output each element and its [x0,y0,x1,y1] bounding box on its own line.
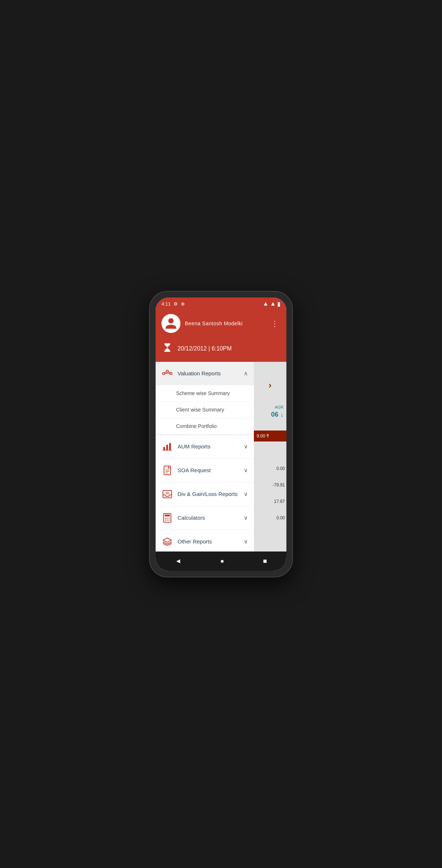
bar-chart-icon [161,441,173,452]
svg-point-1 [166,370,168,372]
svg-rect-6 [163,447,165,450]
layers-icon [161,536,173,547]
time-display: 4:11 [161,301,171,307]
bg-value: 06 ↓ [254,409,287,420]
avatar [161,314,180,333]
content-area: › AGR 06 ↓ 9.00 ₹ 0.00 -79.91 17.67 0.00 [156,362,286,551]
svg-point-23 [167,519,168,520]
svg-line-4 [168,372,170,373]
right-arrow: › [254,380,287,390]
valuation-reports-section: Valuation Reports ∧ Scheme wise Summary … [156,362,254,435]
svg-marker-25 [163,538,172,542]
bg-val5: 0.00 [277,515,285,520]
svg-rect-18 [165,515,170,516]
gear-icon: ⚙ [174,301,178,307]
sub-menu-client[interactable]: Client wise Summary [156,402,254,418]
inbox-icon [161,488,173,500]
valuation-reports-header[interactable]: Valuation Reports ∧ [156,362,254,385]
user-name: Beena Santosh Modelki [185,321,265,326]
phone-screen: 4:11 ⚙ ⊕ ▲ ▲ ▮ Beena Santosh Modelki ⋮ [156,297,286,571]
more-icon[interactable]: ⋮ [270,318,281,329]
avatar-icon [164,317,178,330]
svg-point-2 [170,372,172,375]
svg-point-20 [167,518,168,519]
background-content: › AGR 06 ↓ 9.00 ₹ 0.00 -79.91 17.67 0.00 [254,362,287,551]
nav-bar: ◄ ● ■ [156,551,286,571]
other-chevron-down-icon [244,538,248,545]
bg-val2: 0.00 [277,466,285,471]
div-gain-loss-item[interactable]: Div & Gain/Loss Reports [156,482,254,506]
calculators-label: Calculators [178,515,244,521]
sub-menu-scheme[interactable]: Scheme wise Summary [156,385,254,402]
status-right: ▲ ▲ ▮ [263,300,281,307]
battery-icon: ▮ [277,300,281,307]
soa-request-label: SOA Request [178,467,244,473]
other-reports-item[interactable]: Other Reports [156,530,254,551]
status-left: 4:11 ⚙ ⊕ [161,301,185,307]
svg-point-19 [165,518,166,519]
aum-chevron-down-icon [244,443,248,450]
chevron-up-icon: ∧ [244,370,248,377]
recent-apps-button[interactable]: ■ [256,555,274,567]
bg-val4: 17.67 [274,499,285,504]
svg-rect-10 [164,466,171,475]
wifi-icon: ▲ [263,300,268,307]
svg-point-21 [169,518,170,519]
document-icon [161,465,173,476]
other-reports-label: Other Reports [178,538,244,545]
svg-rect-7 [166,445,168,450]
menu-panel: Valuation Reports ∧ Scheme wise Summary … [156,362,254,551]
bg-val3: -79.91 [273,482,285,488]
header-info: Beena Santosh Modelki [185,321,265,326]
signal-icon: ▲ [270,300,276,307]
phone-frame: 4:11 ⚙ ⊕ ▲ ▲ ▮ Beena Santosh Modelki ⋮ [150,292,292,577]
div-gain-loss-label: Div & Gain/Loss Reports [178,491,244,497]
calculator-icon [161,512,173,524]
aum-reports-item[interactable]: AUM Reports [156,435,254,459]
status-bar: 4:11 ⚙ ⊕ ▲ ▲ ▮ [156,297,286,310]
home-button[interactable]: ● [213,555,232,567]
date-text: 20/12/2012 | 6:10PM [178,345,232,352]
network-icon [161,368,173,379]
svg-line-3 [165,372,166,373]
hourglass-icon [161,342,173,356]
calc-chevron-down-icon [244,514,248,521]
date-row: 20/12/2012 | 6:10PM [156,339,286,362]
valuation-reports-label: Valuation Reports [178,370,244,376]
svg-point-24 [169,519,170,520]
svg-point-22 [165,519,166,520]
soa-chevron-down-icon [244,467,248,474]
aum-reports-label: AUM Reports [178,443,244,450]
calculators-item[interactable]: Calculators [156,506,254,530]
header: Beena Santosh Modelki ⋮ [156,310,286,339]
bg-price-box: 9.00 ₹ [254,431,287,441]
back-button[interactable]: ◄ [168,555,189,567]
soa-request-item[interactable]: SOA Request [156,459,254,482]
div-chevron-down-icon [244,490,248,497]
sub-menu-combine[interactable]: Combine Portfolio [156,418,254,435]
svg-point-0 [163,372,165,375]
svg-rect-8 [169,443,171,450]
at-icon: ⊕ [181,301,185,307]
